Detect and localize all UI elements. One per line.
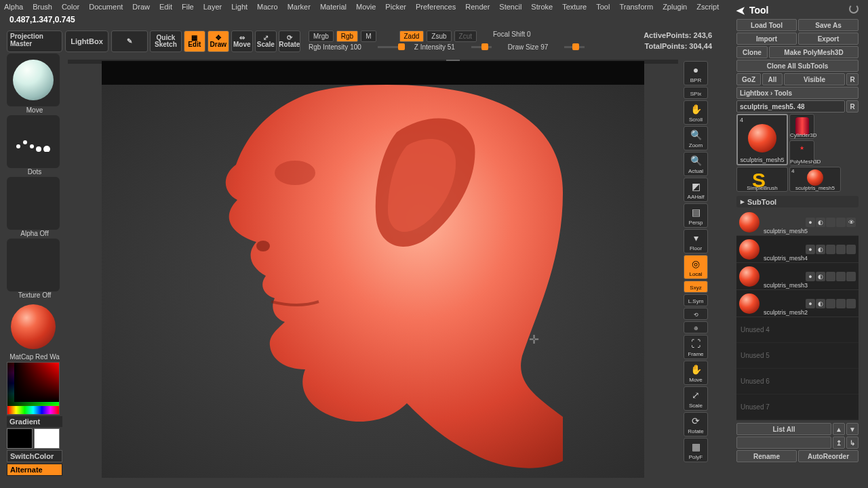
focal-shift-slider[interactable]: Focal Shift 0 [493, 30, 531, 42]
menu-edit[interactable]: Edit [159, 3, 172, 11]
bpr-button[interactable]: ●BPR [684, 61, 708, 85]
switch-color-button[interactable]: SwitchColor [7, 450, 62, 462]
texture-selector[interactable] [7, 239, 60, 291]
rgb-intensity-track[interactable] [378, 46, 398, 48]
clone-button[interactable]: Clone [736, 46, 768, 58]
move-mode-button[interactable]: ⇔Move [231, 30, 253, 52]
menu-preferences[interactable]: Preferences [416, 3, 456, 11]
tool-thumb-sculptris2[interactable]: 4sculptris_mesh5 [789, 167, 841, 192]
menu-light[interactable]: Light [231, 3, 248, 11]
menu-layer[interactable]: Layer [203, 3, 222, 11]
zoom-button[interactable]: 🔍Zoom [684, 126, 708, 150]
make-polymesh-button[interactable]: Make PolyMesh3D [769, 46, 859, 58]
brush-selector[interactable] [7, 54, 60, 106]
draw-mode-button[interactable]: ✥Draw [208, 30, 229, 52]
actual-button[interactable]: 🔍Actual [684, 152, 708, 176]
menu-draw[interactable]: Draw [132, 3, 150, 11]
tool-thumb-cylinder[interactable]: Cylinder3D [789, 114, 814, 139]
move-up-button[interactable]: ▲ [833, 423, 845, 435]
scroll-button[interactable]: ✋Scroll [684, 100, 708, 125]
alternate-button[interactable]: Alternate [7, 464, 62, 476]
stroke-selector[interactable] [7, 115, 60, 168]
xform-center-button[interactable]: ⊕ [684, 321, 708, 333]
draw-size-track[interactable] [564, 46, 585, 48]
rename-button[interactable]: Rename [736, 450, 797, 462]
eye-icon[interactable]: 👁 [846, 218, 856, 227]
menu-material[interactable]: Material [320, 3, 347, 11]
sym-button[interactable]: Sxyz [684, 281, 708, 293]
arrow-right-button[interactable]: ↳ [846, 436, 859, 449]
menu-alpha[interactable]: Alpha [4, 3, 23, 11]
menu-brush[interactable]: Brush [33, 3, 52, 11]
viewport-canvas[interactable]: ✛ [102, 61, 644, 478]
save-as-button[interactable]: Save As [798, 19, 859, 31]
menu-movie[interactable]: Movie [356, 3, 376, 11]
current-tool-label[interactable]: sculptris_mesh5. 48 [736, 100, 845, 113]
color-picker[interactable] [7, 362, 60, 415]
edit-mode-button[interactable]: ▦Edit [184, 30, 205, 52]
tool-thumb-main[interactable]: 4 sculptris_mesh5 [736, 114, 788, 165]
autoreorder-button[interactable]: AutoReorder [798, 450, 859, 462]
zcut-button[interactable]: Zcut [454, 30, 477, 42]
clone-all-subtools-button[interactable]: Clone All SubTools [736, 60, 859, 72]
subtool-row[interactable]: ●◐ sculptris_mesh2 [736, 290, 859, 317]
alpha-selector[interactable] [7, 177, 60, 230]
zadd-button[interactable]: Zadd [399, 30, 425, 42]
spix-button[interactable]: SPix [684, 87, 708, 99]
view-scale-button[interactable]: ⤢Scale [684, 386, 708, 411]
goz-visible-button[interactable]: Visible [784, 73, 845, 85]
rgb-button[interactable]: Rgb [336, 30, 358, 42]
rgb-intensity-slider[interactable]: Rgb Intensity 100 [309, 43, 361, 51]
arrow-up-alt-button[interactable]: ↥ [833, 436, 845, 449]
import-button[interactable]: Import [736, 33, 797, 45]
subtool-row[interactable]: ●◐ sculptris_mesh4 [736, 236, 859, 263]
quick-sketch-button[interactable]: QuickSketch [150, 30, 182, 52]
quick-sketch-toggle[interactable]: ✎ [111, 30, 148, 52]
draw-size-slider[interactable]: Draw Size 97 [508, 43, 548, 51]
menu-zscript[interactable]: Zscript [696, 3, 719, 11]
menu-tool[interactable]: Tool [596, 3, 610, 11]
load-tool-button[interactable]: Load Tool [736, 19, 797, 31]
menu-stencil[interactable]: Stencil [499, 3, 521, 11]
z-intensity-track[interactable] [471, 46, 492, 48]
rotate-mode-button[interactable]: ⟳Rotate [279, 30, 300, 52]
aahalf-button[interactable]: ◩AAHalf [684, 178, 708, 202]
lightbox-button[interactable]: LightBox [65, 30, 108, 52]
menu-texture[interactable]: Texture [562, 3, 587, 11]
menu-document[interactable]: Document [89, 3, 123, 11]
view-rotate-button[interactable]: ⟳Rotate [684, 412, 708, 436]
goz-r-button[interactable]: R [846, 73, 859, 85]
xform-reset-button[interactable]: ⟲ [684, 308, 708, 320]
mrgb-button[interactable]: Mrgb [309, 30, 334, 42]
menu-color[interactable]: Color [62, 3, 79, 11]
goz-all-button[interactable]: All [762, 73, 783, 85]
menu-macro[interactable]: Macro [257, 3, 278, 11]
subtool-row[interactable]: ●◐👁 sculptris_mesh5 [736, 209, 859, 236]
local-button[interactable]: ◎Local [684, 255, 708, 279]
floor-button[interactable]: ▾Floor [684, 229, 708, 253]
tool-thumb-simplebrush[interactable]: SSimpleBrush [736, 167, 788, 192]
secondary-color-swatch[interactable] [7, 428, 33, 449]
tool-r-button[interactable]: R [846, 100, 859, 113]
menu-zplugin[interactable]: Zplugin [663, 3, 687, 11]
lsym-button[interactable]: L.Sym [684, 294, 708, 306]
gradient-button[interactable]: Gradient [7, 416, 62, 427]
subtool-header[interactable]: ▸SubTool [736, 196, 859, 207]
goz-button[interactable]: GoZ [736, 73, 761, 85]
projection-master-button[interactable]: ProjectionMaster [7, 30, 62, 52]
m-button[interactable]: M [361, 30, 376, 42]
view-move-button[interactable]: ✋Move [684, 361, 708, 385]
export-button[interactable]: Export [798, 33, 859, 45]
menu-marker[interactable]: Marker [288, 3, 311, 11]
scale-mode-button[interactable]: ⤢Scale [255, 30, 277, 52]
primary-color-swatch[interactable] [34, 428, 60, 449]
persp-button[interactable]: ▤Persp [684, 203, 708, 228]
polyf-button[interactable]: ▦PolyF [684, 438, 708, 462]
menu-transform[interactable]: Transform [619, 3, 653, 11]
zsub-button[interactable]: Zsub [427, 30, 451, 42]
menu-picker[interactable]: Picker [385, 3, 406, 11]
move-down-button[interactable]: ▼ [846, 423, 859, 435]
tool-thumb-polymesh[interactable]: ★PolyMesh3D [789, 140, 814, 165]
tool-panel-header[interactable]: ➤ Tool [736, 3, 859, 18]
subtool-row[interactable]: ●◐ sculptris_mesh3 [736, 263, 859, 290]
